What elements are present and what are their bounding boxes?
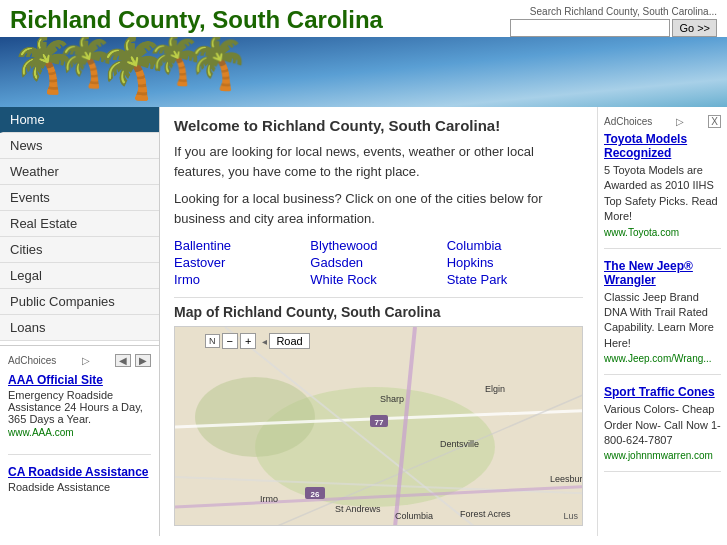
nav-events[interactable]: Events (0, 185, 159, 211)
right-ad-2: The New Jeep® Wrangler Classic Jeep Bran… (604, 259, 721, 376)
right-column: AdChoices ▷ X Toyota Models Recognized 5… (597, 107, 727, 536)
map-section: Map of Richland County, South Carolina (174, 297, 583, 526)
sidebar-adchoices-label: AdChoices (8, 355, 56, 366)
search-area: Search Richland County, South Carolina..… (510, 6, 717, 37)
nav-legal[interactable]: Legal (0, 263, 159, 289)
sidebar: Home News Weather Events Real Estate Cit… (0, 107, 160, 536)
right-ad-2-text: Classic Jeep Brand DNA With Trail Rated … (604, 290, 721, 352)
map-heading: Map of Richland County, South Carolina (174, 297, 583, 320)
welcome-heading: Welcome to Richland County, South Caroli… (174, 117, 583, 134)
search-label: Search Richland County, South Carolina..… (530, 6, 717, 17)
intro-text: If you are looking for local news, event… (174, 142, 583, 181)
right-ad-3-title[interactable]: Sport Traffic Cones (604, 385, 721, 399)
svg-text:26: 26 (311, 490, 320, 499)
city-white-rock[interactable]: White Rock (310, 272, 446, 287)
nav-cities[interactable]: Cities (0, 237, 159, 263)
city-ballentine[interactable]: Ballentine (174, 238, 310, 253)
map-zoom-in[interactable]: + (240, 333, 256, 349)
right-ad-1: Toyota Models Recognized 5 Toyota Models… (604, 132, 721, 249)
right-ad-1-url[interactable]: www.Toyota.com (604, 227, 721, 238)
sidebar-ad-nav: ◀ ▶ (115, 354, 151, 367)
sidebar-ad-1-text: Emergency Roadside Assistance 24 Hours a… (8, 389, 151, 425)
svg-text:Irmo: Irmo (260, 494, 278, 504)
map-separator: ◂ (262, 336, 267, 347)
right-adchoices-label: AdChoices (604, 116, 652, 127)
city-gadsden[interactable]: Gadsden (310, 255, 446, 270)
right-ad-2-url[interactable]: www.Jeep.com/Wrang... (604, 353, 721, 364)
sidebar-ad-1: AAA Official Site Emergency Roadside Ass… (8, 373, 151, 455)
right-adchoices-icon: ▷ (676, 116, 684, 127)
nav-weather[interactable]: Weather (0, 159, 159, 185)
map-road-btn[interactable]: Road (269, 333, 309, 349)
sidebar-ad-1-url[interactable]: www.AAA.com (8, 427, 151, 438)
sidebar-ad: AdChoices ▷ ◀ ▶ AAA Official Site Emerge… (0, 345, 159, 503)
svg-text:Dentsville: Dentsville (440, 439, 479, 449)
sidebar-ad-choices-bar: AdChoices ▷ ◀ ▶ (8, 354, 151, 367)
nav-public-companies[interactable]: Public Companies (0, 289, 159, 315)
city-col-2: Blythewood Gadsden White Rock (310, 238, 446, 287)
sidebar-adchoices-icon: ▷ (82, 355, 90, 366)
svg-text:Sharp: Sharp (380, 394, 404, 404)
layout: Home News Weather Events Real Estate Cit… (0, 107, 727, 536)
city-columbia[interactable]: Columbia (447, 238, 583, 253)
svg-text:St Andrews: St Andrews (335, 504, 381, 514)
right-ad-close[interactable]: X (708, 115, 721, 128)
city-hopkins[interactable]: Hopkins (447, 255, 583, 270)
sidebar-ad-2-title[interactable]: CA Roadside Assistance (8, 465, 151, 479)
business-text: Looking for a local business? Click on o… (174, 189, 583, 228)
sidebar-ad-next[interactable]: ▶ (135, 354, 151, 367)
search-button[interactable]: Go >> (672, 19, 717, 37)
header: Richland County, South Carolina Search R… (0, 0, 727, 37)
right-ad-3-url[interactable]: www.johnnmwarren.com (604, 450, 721, 461)
city-irmo[interactable]: Irmo (174, 272, 310, 287)
sidebar-ad-2: CA Roadside Assistance Roadside Assistan… (8, 465, 151, 493)
banner: 🌴 🌴 🌴 🌴 🌴 (0, 37, 727, 107)
city-col-3: Columbia Hopkins State Park (447, 238, 583, 287)
svg-text:Elgin: Elgin (485, 384, 505, 394)
nav-real-estate[interactable]: Real Estate (0, 211, 159, 237)
map-attribution: Lus (563, 511, 578, 521)
city-blythewood[interactable]: Blythewood (310, 238, 446, 253)
main-content: Welcome to Richland County, South Caroli… (160, 107, 597, 536)
svg-text:Forest Acres: Forest Acres (460, 509, 511, 519)
svg-text:Leesburg: Leesburg (550, 474, 582, 484)
search-input[interactable] (510, 19, 670, 37)
compass-n: N (205, 334, 220, 348)
sidebar-ad-2-text: Roadside Assistance (8, 481, 151, 493)
svg-text:77: 77 (375, 418, 384, 427)
site-title[interactable]: Richland County, South Carolina (10, 6, 383, 34)
city-col-1: Ballentine Eastover Irmo (174, 238, 310, 287)
sidebar-ad-prev[interactable]: ◀ (115, 354, 131, 367)
svg-point-2 (195, 377, 315, 457)
right-adchoices-bar: AdChoices ▷ X (604, 115, 721, 128)
right-ad-3: Sport Traffic Cones Various Colors- Chea… (604, 385, 721, 472)
right-ad-2-title[interactable]: The New Jeep® Wrangler (604, 259, 721, 287)
nav-home[interactable]: Home (0, 107, 159, 133)
map-zoom-out[interactable]: − (222, 333, 238, 349)
sidebar-ad-1-title[interactable]: AAA Official Site (8, 373, 151, 387)
city-links: Ballentine Eastover Irmo Blythewood Gads… (174, 238, 583, 287)
nav-loans[interactable]: Loans (0, 315, 159, 341)
map-svg: 77 26 Sharp Elgin Dentsville Leesburg Ir… (175, 327, 582, 525)
right-ad-1-title[interactable]: Toyota Models Recognized (604, 132, 721, 160)
map-controls: N − + ◂ Road (205, 333, 310, 349)
svg-text:Columbia: Columbia (395, 511, 433, 521)
right-ad-1-text: 5 Toyota Models are Awarded as 2010 IIHS… (604, 163, 721, 225)
city-state-park[interactable]: State Park (447, 272, 583, 287)
nav-news[interactable]: News (0, 133, 159, 159)
city-eastover[interactable]: Eastover (174, 255, 310, 270)
right-ad-3-text: Various Colors- Cheap Order Now- Call No… (604, 402, 721, 448)
map-placeholder[interactable]: 77 26 Sharp Elgin Dentsville Leesburg Ir… (174, 326, 583, 526)
